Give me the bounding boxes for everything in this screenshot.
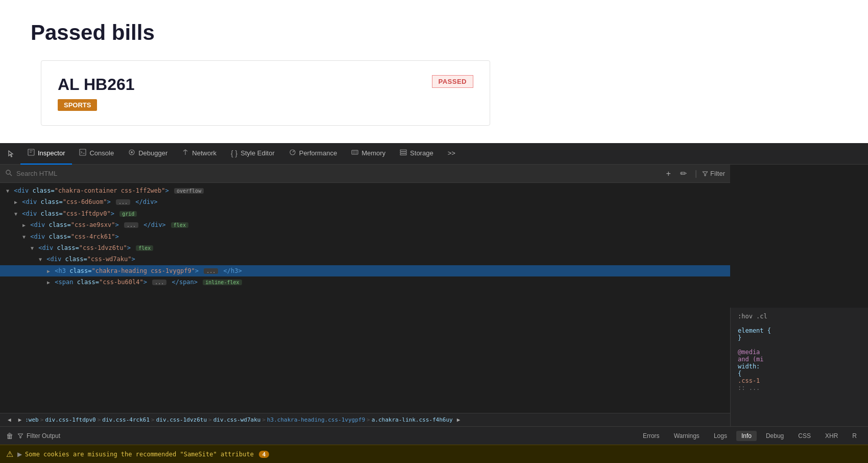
console-tab-label: Console	[89, 149, 114, 157]
storage-tab-label: Storage	[410, 149, 433, 157]
page-title: Passed bills	[31, 20, 837, 45]
tab-more[interactable]: >>	[441, 143, 463, 165]
breadcrumb-item[interactable]: :web	[25, 416, 39, 423]
svg-point-3	[131, 151, 133, 153]
tab-console[interactable]: Console	[72, 143, 121, 165]
memory-tab-label: Memory	[361, 149, 385, 157]
svg-point-12	[6, 170, 10, 174]
bill-status: PASSED	[432, 75, 474, 88]
html-line[interactable]: ▶ <div class="css-6d6uom"> ... </div>	[0, 196, 730, 207]
warning-expand-button[interactable]: ▶	[17, 451, 22, 458]
performance-tab-label: Performance	[299, 149, 337, 157]
warning-bar: ⚠ ▶ Some cookies are misusing the recomm…	[0, 445, 868, 463]
html-line[interactable]: ▼ <div class="css-1ftdpv0"> grid	[0, 208, 730, 219]
console-bar: 🗑 Filter Output Errors Warnings Logs Inf…	[0, 426, 868, 445]
tab-performance[interactable]: Performance	[282, 143, 344, 165]
svg-line-13	[10, 174, 12, 176]
styles-media-open: {	[738, 370, 861, 377]
styles-close-brace: }	[738, 334, 861, 341]
warning-count-badge: 4	[259, 451, 269, 458]
clear-console-button[interactable]: 🗑	[6, 432, 13, 440]
html-line[interactable]: ▼ <div class="css-wd7aku">	[0, 253, 730, 265]
filter-output-button[interactable]: Filter Output	[17, 432, 60, 439]
warnings-button[interactable]: Warnings	[669, 431, 705, 441]
network-icon	[182, 149, 189, 157]
breadcrumb-item[interactable]: a.chakra-link.css-f4h6uy	[372, 416, 453, 423]
add-node-button[interactable]: +	[663, 168, 674, 179]
bill-card: AL HB261 SPORTS PASSED	[41, 60, 490, 126]
html-line[interactable]: ▶ <div class="css-ae9sxv"> ... </div> fl…	[0, 219, 730, 230]
styles-dots: :: ...	[738, 384, 861, 391]
tab-style-editor[interactable]: { } Style Editor	[224, 143, 282, 165]
tab-memory[interactable]: Memory	[344, 143, 393, 165]
breadcrumb-item[interactable]: div.css-4rck61	[102, 416, 150, 423]
console-icon	[79, 149, 86, 157]
logs-button[interactable]: Logs	[709, 431, 732, 441]
svg-rect-1	[80, 149, 86, 155]
svg-rect-10	[400, 152, 406, 153]
styles-hov: :hov .cl	[738, 313, 861, 320]
webpage-area: Passed bills AL HB261 SPORTS PASSED	[0, 0, 868, 143]
debugger-tab-label: Debugger	[138, 149, 167, 157]
breadcrumb-bar: ◀ ▶ :web > div.css-1ftdpv0 > div.css-4rc…	[0, 413, 730, 426]
warning-message: Some cookies are misusing the recommende…	[25, 451, 254, 458]
filter-label: Filter	[710, 170, 725, 177]
storage-icon	[400, 149, 407, 157]
styles-element: element {	[738, 327, 861, 334]
xhr-button[interactable]: XHR	[820, 431, 843, 441]
tab-debugger[interactable]: Debugger	[121, 143, 175, 165]
breadcrumb-item[interactable]: div.css-1dvz6tu	[156, 416, 207, 423]
tab-network[interactable]: Network	[175, 143, 224, 165]
html-line-selected[interactable]: ▶ <h3 class="chakra-heading css-1vygpf9"…	[0, 265, 730, 276]
breadcrumb-more[interactable]: ▶	[455, 416, 463, 423]
svg-rect-9	[400, 150, 406, 151]
filter-button[interactable]: Filter	[702, 170, 725, 177]
filter-output-label: Filter Output	[27, 432, 60, 439]
breadcrumb-forward[interactable]: ▶	[16, 416, 24, 423]
css-button[interactable]: CSS	[793, 431, 816, 441]
tab-storage[interactable]: Storage	[393, 143, 441, 165]
inspector-tab-label: Inspector	[38, 149, 65, 157]
search-actions: + ✏ | Filter	[663, 168, 725, 179]
pick-style-button[interactable]: ✏	[677, 168, 690, 179]
search-icon	[5, 169, 12, 178]
html-line[interactable]: ▶ <span class="css-bu60l4"> ... </span> …	[0, 276, 730, 288]
memory-icon	[351, 149, 358, 157]
warning-icon: ⚠	[6, 449, 13, 459]
breadcrumb-item[interactable]: div.css-wd7aku	[213, 416, 261, 423]
styles-media-and: and (mi	[738, 356, 861, 363]
devtools-panel: Inspector Console Debugger	[0, 143, 868, 463]
svg-rect-11	[400, 154, 406, 155]
devtools-toolbar: Inspector Console Debugger	[0, 143, 868, 165]
styles-media: @media	[738, 349, 861, 356]
info-button[interactable]: Info	[736, 431, 757, 441]
html-line[interactable]: ▼ <div class="chakra-container css-1ff2w…	[0, 185, 730, 196]
html-content: ▼ <div class="chakra-container css-1ff2w…	[0, 183, 730, 413]
styles-media-width: width:	[738, 363, 861, 370]
bill-card-left: AL HB261 SPORTS	[58, 75, 135, 111]
breadcrumb-item[interactable]: div.css-1ftdpv0	[45, 416, 95, 423]
search-html-input[interactable]	[16, 170, 659, 177]
styles-panel: :hov .cl element { } @media and (mi widt…	[730, 308, 868, 426]
errors-button[interactable]: Errors	[638, 431, 665, 441]
tab-inspector[interactable]: Inspector	[20, 143, 72, 165]
breadcrumb-back[interactable]: ◀	[6, 416, 13, 423]
r-button[interactable]: R	[847, 431, 862, 441]
search-bar: + ✏ | Filter	[0, 165, 730, 183]
performance-icon	[289, 149, 296, 157]
breadcrumb-item-active[interactable]: h3.chakra-heading.css-1vygpf9	[267, 416, 365, 423]
debugger-icon	[128, 149, 135, 157]
inspector-icon	[28, 149, 35, 157]
debug-button[interactable]: Debug	[761, 431, 789, 441]
style-editor-tab-label: Style Editor	[240, 149, 274, 157]
pick-element-button[interactable]	[2, 145, 20, 163]
bill-id: AL HB261	[58, 75, 135, 94]
html-line[interactable]: ▼ <div class="css-1dvz6tu"> flex	[0, 242, 730, 253]
bill-tag: SPORTS	[58, 99, 97, 111]
more-tab-label: >>	[448, 149, 455, 157]
style-editor-icon: { }	[231, 149, 237, 157]
network-tab-label: Network	[192, 149, 216, 157]
styles-css-class: .css-1	[738, 377, 861, 384]
html-line[interactable]: ▼ <div class="css-4rck61">	[0, 231, 730, 242]
